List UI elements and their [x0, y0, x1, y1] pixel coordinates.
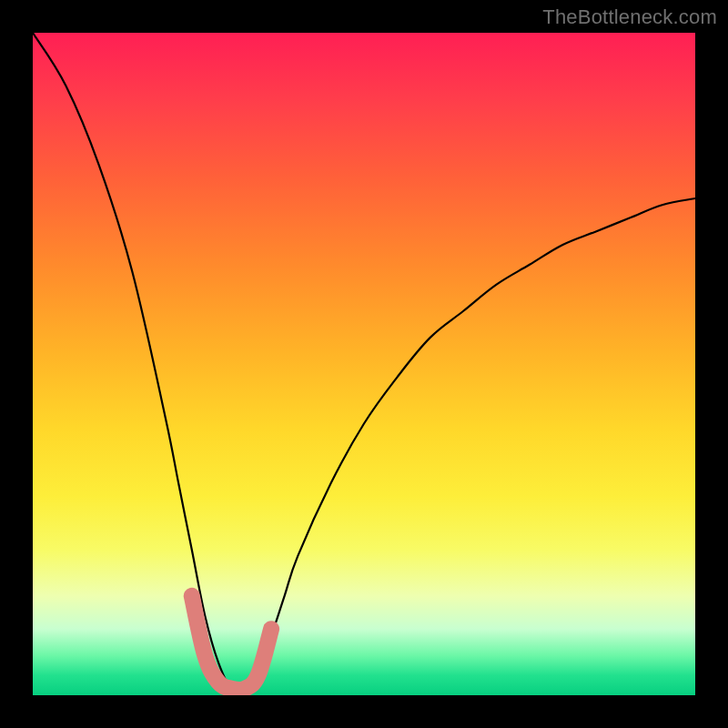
- plot-area: [33, 33, 695, 695]
- chart-frame: TheBottleneck.com: [0, 0, 728, 728]
- watermark-text: TheBottleneck.com: [542, 5, 717, 29]
- bottleneck-curve: [33, 33, 695, 692]
- curve-layer: [33, 33, 695, 695]
